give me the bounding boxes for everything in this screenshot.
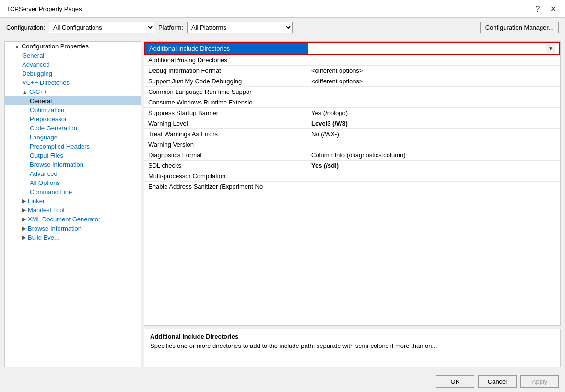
tree-item-manifest-tool[interactable]: ▶ Manifest Tool bbox=[5, 206, 141, 215]
prop-row-multiprocessor[interactable]: Multi-processor Compilation bbox=[144, 171, 560, 182]
platform-select[interactable]: All Platforms bbox=[187, 22, 293, 33]
tree-item-vc-directories[interactable]: VC++ Directories bbox=[5, 78, 141, 87]
prop-row-additional-using[interactable]: Additional #using Directories bbox=[144, 55, 560, 66]
description-title: Additional Include Directories bbox=[150, 333, 554, 340]
apply-button[interactable]: Apply bbox=[520, 375, 559, 388]
config-label: Configuration: bbox=[6, 24, 45, 31]
prop-row-address-sanitizer[interactable]: Enable Address Sanitizer (Experiment No bbox=[144, 182, 560, 192]
properties-table: Additional Include Directories ▼ Additio… bbox=[144, 41, 561, 326]
tree-item-label: VC++ Directories bbox=[22, 79, 70, 86]
tree-item-label: Optimization bbox=[30, 106, 64, 114]
tree-panel: ▲ Configuration Properties General Advan… bbox=[4, 41, 141, 367]
prop-row-just-my-code[interactable]: Support Just My Code Debugging <differen… bbox=[144, 76, 560, 87]
config-manager-button[interactable]: Configuration Manager... bbox=[480, 22, 559, 33]
tree-item-label: Build Eve... bbox=[28, 234, 59, 241]
prop-name: Additional #using Directories bbox=[144, 55, 307, 65]
tree-item-preprocessor[interactable]: Preprocessor bbox=[5, 115, 141, 124]
prop-row-warning-level[interactable]: Warning Level Level3 (/W3) bbox=[144, 118, 560, 129]
prop-value: <different options> bbox=[307, 76, 560, 86]
tree-item-advanced2[interactable]: Advanced bbox=[5, 169, 141, 178]
expand-icon: ▶ bbox=[22, 225, 26, 231]
prop-value: Column Info (/diagnostics:column) bbox=[307, 150, 560, 160]
prop-row-debug-format[interactable]: Debug Information Format <different opti… bbox=[144, 66, 560, 76]
tree-item-general[interactable]: General bbox=[5, 51, 141, 60]
tree-item-label: Browse Information bbox=[30, 161, 83, 168]
prop-row-sdl-checks[interactable]: SDL checks Yes (/sdl) bbox=[144, 161, 560, 171]
cancel-button[interactable]: Cancel bbox=[478, 375, 517, 388]
prop-name: Warning Version bbox=[144, 139, 307, 150]
tree-item-label: All Options bbox=[30, 179, 60, 186]
ok-button[interactable]: OK bbox=[436, 375, 474, 388]
tree-item-all-options[interactable]: All Options bbox=[5, 178, 141, 187]
prop-value: No (/WX-) bbox=[307, 129, 560, 139]
title-bar: TCPServer Property Pages ? ✕ bbox=[0, 0, 565, 18]
prop-name: Treat Warnings As Errors bbox=[144, 129, 307, 139]
tree-item-optimization[interactable]: Optimization bbox=[5, 105, 141, 115]
config-select[interactable]: All Configurations bbox=[49, 22, 154, 33]
tree-item-label: General bbox=[30, 97, 52, 104]
prop-row-clr-support[interactable]: Common Language RunTime Suppor bbox=[144, 87, 560, 97]
tree-item-config-properties[interactable]: ▲ Configuration Properties bbox=[5, 42, 141, 51]
dialog-title: TCPServer Property Pages bbox=[6, 5, 82, 12]
tree-item-browse-information[interactable]: Browse Information bbox=[5, 160, 141, 169]
tree-item-debugging[interactable]: Debugging bbox=[5, 69, 141, 78]
prop-name: Debug Information Format bbox=[144, 66, 307, 76]
tree-item-cpp-general[interactable]: General bbox=[5, 96, 141, 105]
prop-name: Enable Address Sanitizer (Experiment No bbox=[144, 182, 307, 192]
tree-item-cpp[interactable]: ▲ C/C++ bbox=[5, 87, 141, 96]
expand-icon: ▶ bbox=[22, 207, 26, 213]
bottom-bar: OK Cancel Apply bbox=[0, 371, 565, 392]
tree-item-label: Debugging bbox=[22, 70, 52, 77]
tree-item-build-events[interactable]: ▶ Build Eve... bbox=[5, 233, 141, 242]
prop-value: Yes (/sdl) bbox=[307, 161, 560, 171]
expand-icon: ▲ bbox=[14, 44, 20, 49]
prop-name: Common Language RunTime Suppor bbox=[144, 87, 307, 97]
prop-value bbox=[307, 182, 560, 192]
tree-item-linker[interactable]: ▶ Linker bbox=[5, 196, 141, 206]
tree-item-label: Precompiled Headers bbox=[30, 143, 90, 150]
tree-item-label: C/C++ bbox=[29, 88, 47, 95]
tree-item-output-files[interactable]: Output Files bbox=[5, 151, 141, 160]
prop-name-additional-include: Additional Include Directories bbox=[145, 43, 308, 54]
dialog-window: TCPServer Property Pages ? ✕ Configurati… bbox=[0, 0, 565, 392]
help-button[interactable]: ? bbox=[532, 3, 543, 15]
tree-item-xml-doc[interactable]: ▶ XML Document Generator bbox=[5, 215, 141, 224]
tree-item-label: Advanced bbox=[30, 170, 58, 177]
main-content: ▲ Configuration Properties General Advan… bbox=[0, 37, 565, 371]
tree-item-language[interactable]: Language bbox=[5, 133, 141, 142]
tree-item-label: Command Line bbox=[30, 188, 72, 196]
prop-name: Consume Windows Runtime Extensio bbox=[144, 97, 307, 107]
prop-value: Level3 (/W3) bbox=[307, 118, 560, 128]
tree-item-label: Browse Information bbox=[28, 225, 82, 232]
prop-row-consume-winrt[interactable]: Consume Windows Runtime Extensio bbox=[144, 97, 560, 108]
tree-item-advanced[interactable]: Advanced bbox=[5, 60, 141, 69]
prop-name: SDL checks bbox=[144, 161, 307, 171]
platform-label: Platform: bbox=[158, 24, 183, 31]
prop-row-header[interactable]: Additional Include Directories ▼ bbox=[144, 42, 560, 55]
close-button[interactable]: ✕ bbox=[547, 3, 559, 15]
prop-row-startup-banner[interactable]: Suppress Startup Banner Yes (/nologo) bbox=[144, 108, 560, 118]
prop-row-diagnostics-format[interactable]: Diagnostics Format Column Info (/diagnos… bbox=[144, 150, 560, 161]
tree-item-label: Code Generation bbox=[30, 125, 77, 132]
tree-item-browse-info2[interactable]: ▶ Browse Information bbox=[5, 224, 141, 233]
expand-icon: ▲ bbox=[22, 89, 27, 95]
tree-item-precompiled-headers[interactable]: Precompiled Headers bbox=[5, 142, 141, 151]
tree-item-label: Linker bbox=[28, 197, 45, 205]
tree-item-label: Language bbox=[30, 134, 58, 141]
tree-item-command-line[interactable]: Command Line bbox=[5, 187, 141, 196]
prop-row-treat-warnings[interactable]: Treat Warnings As Errors No (/WX-) bbox=[144, 129, 560, 139]
prop-value bbox=[307, 97, 560, 107]
prop-name: Multi-processor Compilation bbox=[144, 171, 307, 181]
expand-icon: ▶ bbox=[22, 234, 26, 241]
tree-item-label: Advanced bbox=[22, 61, 50, 68]
tree-item-label: XML Document Generator bbox=[28, 216, 100, 223]
tree-item-label: General bbox=[22, 52, 44, 59]
tree-item-code-generation[interactable]: Code Generation bbox=[5, 124, 141, 133]
description-panel: Additional Include Directories Specifies… bbox=[144, 329, 561, 367]
expand-icon: ▶ bbox=[22, 216, 26, 222]
prop-row-warning-version[interactable]: Warning Version bbox=[144, 139, 560, 150]
top-config-bar: Configuration: All Configurations Platfo… bbox=[0, 18, 565, 37]
expand-icon: ▶ bbox=[22, 198, 26, 204]
dropdown-arrow-icon[interactable]: ▼ bbox=[546, 44, 555, 53]
tree-item-label: Configuration Properties bbox=[22, 43, 89, 50]
